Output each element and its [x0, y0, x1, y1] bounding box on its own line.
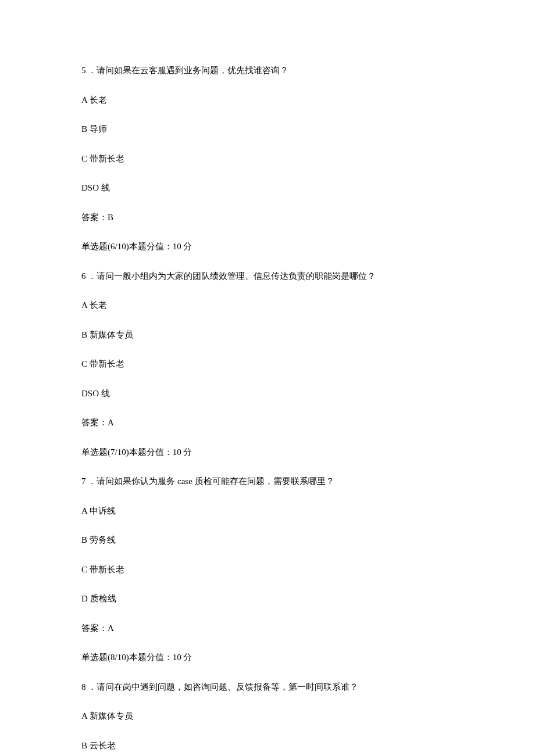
option-c: C 带新长老: [81, 563, 454, 576]
option-d: DSO 线: [81, 181, 454, 195]
option-b: B 新媒体专员: [81, 328, 454, 342]
question-text: ．请问在岗中遇到问题，如咨询问题、反馈报备等，第一时间联系谁？: [88, 682, 358, 691]
question-line: 7 ．请问如果你认为服务 case 质检可能存在问题，需要联系哪里？: [81, 475, 454, 488]
option-d: D 质检线: [81, 592, 454, 605]
question-line: 5 ．请问如果在云客服遇到业务问题，优先找谁咨询？: [81, 64, 454, 77]
option-b: B 劳务线: [81, 533, 454, 547]
question-line: 8 ．请问在岗中遇到问题，如咨询问题、反馈报备等，第一时间联系谁？: [81, 680, 454, 694]
option-a: A 长老: [81, 299, 454, 312]
answer: 答案：B: [81, 211, 454, 224]
question-header: 单选题(7/10)本题分值：10 分: [81, 446, 454, 459]
option-a: A 新媒体专员: [81, 710, 454, 723]
document-page: 5 ．请问如果在云客服遇到业务问题，优先找谁咨询？ A 长老 B 导师 C 带新…: [0, 0, 535, 756]
option-b: B 云长老: [81, 739, 454, 753]
question-line: 6 ．请问一般小组内为大家的团队绩效管理、信息传达负责的职能岗是哪位？: [81, 270, 454, 283]
question-text: ．请问一般小组内为大家的团队绩效管理、信息传达负责的职能岗是哪位？: [88, 271, 376, 281]
question-text: ．请问如果你认为服务 case 质检可能存在问题，需要联系哪里？: [88, 476, 334, 486]
question-number: 6: [81, 270, 86, 283]
option-a: A 长老: [81, 94, 454, 107]
option-c: C 带新长老: [81, 357, 454, 371]
question-header: 单选题(8/10)本题分值：10 分: [81, 651, 454, 664]
question-number: 5: [81, 64, 86, 77]
question-text: ．请问如果在云客服遇到业务问题，优先找谁咨询？: [88, 66, 288, 75]
option-c: C 带新长老: [81, 152, 454, 166]
option-d: DSO 线: [81, 387, 454, 400]
option-a: A 申诉线: [81, 504, 454, 518]
question-header: 单选题(6/10)本题分值：10 分: [81, 240, 454, 253]
answer: 答案：A: [81, 416, 454, 429]
option-b: B 导师: [81, 123, 454, 136]
answer: 答案：A: [81, 622, 454, 635]
question-number: 7: [81, 475, 86, 488]
question-number: 8: [81, 680, 86, 694]
